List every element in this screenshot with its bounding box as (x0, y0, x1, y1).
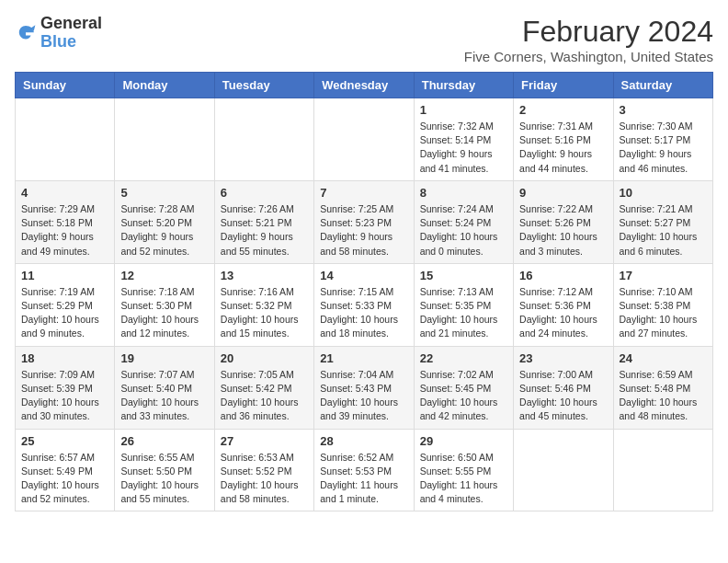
main-title: February 2024 (464, 15, 713, 49)
calendar-cell: 9Sunrise: 7:22 AM Sunset: 5:26 PM Daylig… (514, 180, 613, 263)
calendar-header-cell: Thursday (414, 73, 513, 98)
day-number: 29 (420, 434, 507, 448)
calendar-cell: 4Sunrise: 7:29 AM Sunset: 5:18 PM Daylig… (16, 180, 115, 263)
day-info: Sunrise: 7:29 AM Sunset: 5:18 PM Dayligh… (21, 202, 108, 259)
calendar-header-cell: Wednesday (314, 73, 414, 98)
calendar-week-row: 18Sunrise: 7:09 AM Sunset: 5:39 PM Dayli… (16, 346, 713, 429)
day-number: 9 (519, 186, 607, 200)
calendar-cell (115, 98, 214, 181)
calendar-cell: 21Sunrise: 7:04 AM Sunset: 5:43 PM Dayli… (314, 346, 414, 429)
calendar-header-cell: Saturday (613, 73, 712, 98)
calendar-week-row: 25Sunrise: 6:57 AM Sunset: 5:49 PM Dayli… (16, 429, 713, 511)
calendar-cell: 5Sunrise: 7:28 AM Sunset: 5:20 PM Daylig… (115, 180, 214, 263)
day-info: Sunrise: 7:30 AM Sunset: 5:17 PM Dayligh… (620, 120, 707, 176)
calendar-cell: 22Sunrise: 7:02 AM Sunset: 5:45 PM Dayli… (414, 346, 513, 429)
day-number: 12 (120, 269, 208, 282)
calendar-header-row: SundayMondayTuesdayWednesdayThursdayFrid… (16, 73, 713, 98)
calendar-cell: 8Sunrise: 7:24 AM Sunset: 5:24 PM Daylig… (414, 180, 513, 263)
day-info: Sunrise: 7:25 AM Sunset: 5:23 PM Dayligh… (320, 202, 407, 259)
calendar-cell: 11Sunrise: 7:19 AM Sunset: 5:29 PM Dayli… (16, 263, 115, 346)
day-number: 14 (320, 269, 407, 282)
calendar-cell (314, 98, 414, 181)
calendar-cell: 7Sunrise: 7:25 AM Sunset: 5:23 PM Daylig… (314, 180, 414, 263)
calendar-body: 1Sunrise: 7:32 AM Sunset: 5:14 PM Daylig… (16, 98, 713, 511)
header: General Blue February 2024 Five Corners,… (15, 15, 713, 64)
day-number: 24 (620, 351, 707, 365)
day-info: Sunrise: 7:21 AM Sunset: 5:27 PM Dayligh… (620, 202, 707, 259)
calendar-cell: 29Sunrise: 6:50 AM Sunset: 5:55 PM Dayli… (414, 429, 513, 511)
day-number: 11 (21, 269, 108, 282)
day-info: Sunrise: 7:31 AM Sunset: 5:16 PM Dayligh… (519, 120, 607, 176)
logo-icon (15, 22, 37, 44)
day-number: 4 (21, 186, 108, 200)
calendar-cell: 17Sunrise: 7:10 AM Sunset: 5:38 PM Dayli… (613, 263, 712, 346)
calendar-cell: 6Sunrise: 7:26 AM Sunset: 5:21 PM Daylig… (214, 180, 313, 263)
day-number: 8 (420, 186, 507, 200)
day-info: Sunrise: 6:52 AM Sunset: 5:53 PM Dayligh… (320, 451, 407, 507)
day-info: Sunrise: 7:32 AM Sunset: 5:14 PM Dayligh… (420, 120, 507, 176)
day-number: 5 (120, 186, 208, 200)
day-number: 7 (320, 186, 407, 200)
day-number: 10 (620, 186, 707, 200)
day-info: Sunrise: 7:02 AM Sunset: 5:45 PM Dayligh… (420, 368, 507, 424)
day-number: 13 (221, 269, 308, 282)
calendar-cell: 27Sunrise: 6:53 AM Sunset: 5:52 PM Dayli… (214, 429, 313, 511)
calendar-cell: 28Sunrise: 6:52 AM Sunset: 5:53 PM Dayli… (314, 429, 414, 511)
day-info: Sunrise: 7:07 AM Sunset: 5:40 PM Dayligh… (120, 368, 208, 424)
day-info: Sunrise: 6:57 AM Sunset: 5:49 PM Dayligh… (21, 451, 108, 507)
calendar-cell: 25Sunrise: 6:57 AM Sunset: 5:49 PM Dayli… (16, 429, 115, 511)
day-info: Sunrise: 7:04 AM Sunset: 5:43 PM Dayligh… (320, 368, 407, 424)
calendar-cell (214, 98, 313, 181)
day-info: Sunrise: 6:50 AM Sunset: 5:55 PM Dayligh… (420, 451, 507, 507)
calendar-week-row: 4Sunrise: 7:29 AM Sunset: 5:18 PM Daylig… (16, 180, 713, 263)
calendar-header-cell: Friday (514, 73, 613, 98)
day-number: 6 (221, 186, 308, 200)
calendar-cell: 12Sunrise: 7:18 AM Sunset: 5:30 PM Dayli… (115, 263, 214, 346)
day-number: 28 (320, 434, 407, 448)
day-number: 22 (420, 351, 507, 365)
day-info: Sunrise: 7:24 AM Sunset: 5:24 PM Dayligh… (420, 202, 507, 259)
day-number: 1 (420, 103, 507, 117)
calendar-cell: 2Sunrise: 7:31 AM Sunset: 5:16 PM Daylig… (514, 98, 613, 181)
calendar-cell: 23Sunrise: 7:00 AM Sunset: 5:46 PM Dayli… (514, 346, 613, 429)
calendar-cell (514, 429, 613, 511)
day-info: Sunrise: 7:28 AM Sunset: 5:20 PM Dayligh… (120, 202, 208, 259)
day-info: Sunrise: 7:12 AM Sunset: 5:36 PM Dayligh… (519, 285, 607, 341)
calendar-cell: 14Sunrise: 7:15 AM Sunset: 5:33 PM Dayli… (314, 263, 414, 346)
day-info: Sunrise: 7:18 AM Sunset: 5:30 PM Dayligh… (120, 285, 208, 341)
calendar-cell: 1Sunrise: 7:32 AM Sunset: 5:14 PM Daylig… (414, 98, 513, 181)
calendar-cell: 3Sunrise: 7:30 AM Sunset: 5:17 PM Daylig… (613, 98, 712, 181)
day-number: 2 (519, 103, 607, 117)
day-info: Sunrise: 7:00 AM Sunset: 5:46 PM Dayligh… (519, 368, 607, 424)
day-number: 25 (21, 434, 108, 448)
calendar-cell: 13Sunrise: 7:16 AM Sunset: 5:32 PM Dayli… (214, 263, 313, 346)
day-number: 27 (221, 434, 308, 448)
calendar-week-row: 1Sunrise: 7:32 AM Sunset: 5:14 PM Daylig… (16, 98, 713, 181)
day-number: 19 (120, 351, 208, 365)
day-info: Sunrise: 7:19 AM Sunset: 5:29 PM Dayligh… (21, 285, 108, 341)
calendar-cell (16, 98, 115, 181)
day-number: 16 (519, 269, 607, 282)
day-info: Sunrise: 7:10 AM Sunset: 5:38 PM Dayligh… (620, 285, 707, 341)
calendar-table: SundayMondayTuesdayWednesdayThursdayFrid… (15, 72, 713, 511)
day-info: Sunrise: 7:05 AM Sunset: 5:42 PM Dayligh… (221, 368, 308, 424)
calendar-cell: 15Sunrise: 7:13 AM Sunset: 5:35 PM Dayli… (414, 263, 513, 346)
day-number: 21 (320, 351, 407, 365)
calendar-cell: 26Sunrise: 6:55 AM Sunset: 5:50 PM Dayli… (115, 429, 214, 511)
day-info: Sunrise: 7:15 AM Sunset: 5:33 PM Dayligh… (320, 285, 407, 341)
day-info: Sunrise: 6:59 AM Sunset: 5:48 PM Dayligh… (620, 368, 707, 424)
calendar-cell: 10Sunrise: 7:21 AM Sunset: 5:27 PM Dayli… (613, 180, 712, 263)
calendar-header-cell: Tuesday (214, 73, 313, 98)
day-info: Sunrise: 7:22 AM Sunset: 5:26 PM Dayligh… (519, 202, 607, 259)
calendar-cell: 16Sunrise: 7:12 AM Sunset: 5:36 PM Dayli… (514, 263, 613, 346)
day-info: Sunrise: 6:53 AM Sunset: 5:52 PM Dayligh… (221, 451, 308, 507)
calendar-cell: 24Sunrise: 6:59 AM Sunset: 5:48 PM Dayli… (613, 346, 712, 429)
calendar-cell: 19Sunrise: 7:07 AM Sunset: 5:40 PM Dayli… (115, 346, 214, 429)
calendar-cell (613, 429, 712, 511)
calendar-header-cell: Monday (115, 73, 214, 98)
day-info: Sunrise: 7:09 AM Sunset: 5:39 PM Dayligh… (21, 368, 108, 424)
day-number: 23 (519, 351, 607, 365)
day-info: Sunrise: 7:26 AM Sunset: 5:21 PM Dayligh… (221, 202, 308, 259)
day-info: Sunrise: 7:13 AM Sunset: 5:35 PM Dayligh… (420, 285, 507, 341)
logo: General Blue (15, 15, 102, 52)
